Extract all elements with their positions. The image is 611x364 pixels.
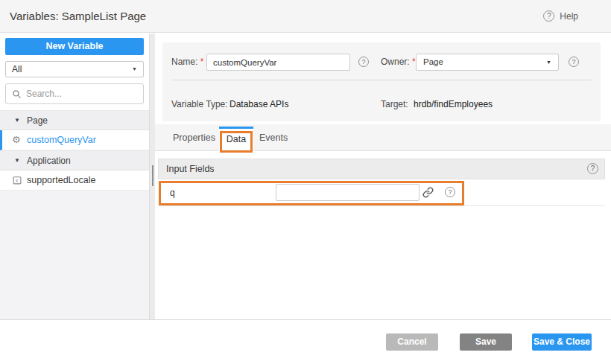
tree-group-application[interactable]: ▼ Application [0, 150, 149, 170]
search-icon [12, 89, 22, 99]
page-title: Variables: SampleList Page [10, 10, 146, 22]
tab-data[interactable]: Data [219, 127, 253, 151]
variable-summary-form: Name: * ? Owner: * Page ▼ ? Variable Typ… [162, 42, 601, 121]
help-circle-icon: ? [543, 10, 554, 22]
input-fields-title: Input Fields [166, 164, 215, 174]
tree-group-label: Application [27, 151, 71, 170]
cancel-button[interactable]: Cancel [386, 333, 438, 351]
input-fields-header: Input Fields ? [158, 159, 605, 179]
sidebar-empty-area [0, 191, 149, 319]
filter-selected-value: All [12, 64, 22, 74]
variable-filter-select[interactable]: All ▼ [5, 61, 144, 77]
help-link[interactable]: ? Help [543, 10, 578, 22]
input-field-row-q: q ? [158, 179, 605, 206]
tree-item-label: supportedLocale [27, 170, 95, 190]
tab-properties[interactable]: Properties [173, 124, 215, 151]
name-label: Name: * [171, 57, 203, 67]
tree-item-supportedlocale[interactable]: x supportedLocale [0, 170, 149, 191]
q-help-icon[interactable]: ? [445, 187, 455, 197]
dialog-header: Variables: SampleList Page ? Help [0, 0, 611, 33]
scrollbar-thumb[interactable] [152, 165, 153, 186]
variable-icon: x [12, 175, 22, 185]
variable-type-value: Database APIs [229, 99, 288, 109]
owner-selected-value: Page [423, 57, 443, 66]
tree-group-page[interactable]: ▼ Page [0, 110, 149, 130]
field-label-q: q [170, 179, 175, 206]
target-label: Target: [381, 99, 408, 109]
tree-item-label: customQueryVar [27, 130, 96, 150]
collapse-caret-icon[interactable]: ▼ [14, 151, 20, 170]
variables-dialog: Variables: SampleList Page ? Help New Va… [0, 0, 611, 364]
input-fields-section: Input Fields ? q ? [158, 159, 605, 206]
q-value-input[interactable] [276, 184, 420, 201]
input-fields-help-icon[interactable]: ? [587, 163, 598, 174]
chevron-down-icon: ▼ [546, 54, 551, 70]
tree-group-label: Page [27, 111, 48, 130]
help-label: Help [560, 11, 578, 22]
owner-help-icon[interactable]: ? [569, 57, 579, 67]
save-button[interactable]: Save [460, 333, 512, 351]
svg-text:x: x [16, 178, 19, 183]
variable-detail-panel: Name: * ? Owner: * Page ▼ ? Variable Typ… [155, 33, 611, 319]
chevron-down-icon: ▼ [132, 62, 137, 77]
tab-events[interactable]: Events [259, 124, 288, 151]
owner-label: Owner: * [381, 57, 416, 67]
collapse-caret-icon[interactable]: ▼ [14, 111, 20, 130]
name-help-icon[interactable]: ? [358, 57, 369, 67]
gear-icon: ⚙ [12, 135, 22, 145]
dialog-footer: Cancel Save Save & Close [0, 319, 611, 364]
required-asterisk: * [412, 57, 416, 67]
save-and-close-button[interactable]: Save & Close [532, 333, 592, 351]
name-input[interactable] [206, 54, 350, 71]
owner-select[interactable]: Page ▼ [416, 54, 559, 71]
new-variable-button[interactable]: New Variable [5, 38, 144, 55]
variable-search[interactable] [5, 83, 144, 104]
sidebar-scrollbar[interactable] [149, 33, 155, 319]
bind-link-icon[interactable] [422, 187, 434, 198]
variables-sidebar: New Variable All ▼ ▼ Page ⚙ customQueryV… [0, 33, 149, 319]
tree-item-customqueryvar[interactable]: ⚙ customQueryVar [0, 130, 149, 150]
required-asterisk: * [200, 57, 204, 67]
form-divider [171, 80, 592, 80]
detail-tabbar: Properties Data Events [155, 124, 611, 151]
variable-type-label: Variable Type: [171, 99, 228, 109]
search-input[interactable] [26, 89, 130, 99]
target-value: hrdb/findEmployees [414, 99, 493, 109]
